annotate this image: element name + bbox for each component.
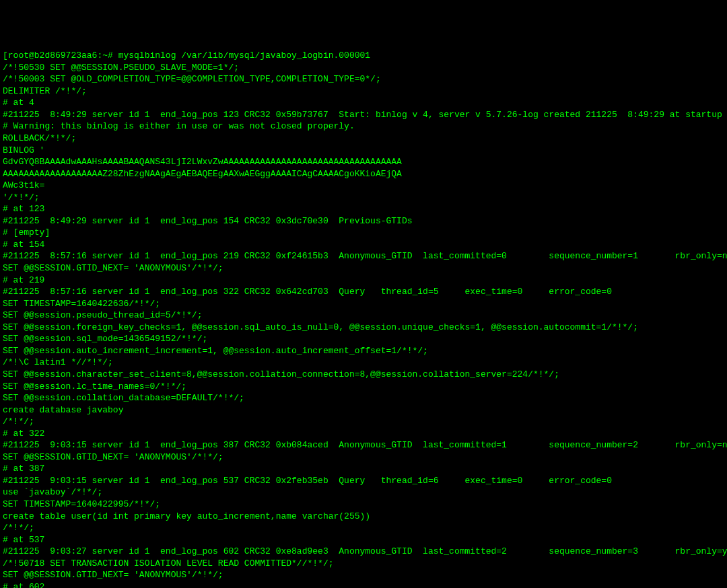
terminal-line: #211225 8:49:29 server id 1 end_log_pos …	[3, 215, 724, 227]
terminal-line: /*!*/;	[3, 416, 724, 428]
terminal-line: /*!*/;	[3, 522, 724, 534]
terminal-line: #211225 9:03:15 server id 1 end_log_pos …	[3, 439, 724, 451]
terminal-line: # at 219	[3, 274, 724, 287]
terminal-line: # at 154	[3, 239, 724, 251]
terminal-line: SET @@session.pseudo_thread_id=5/*!*/;	[3, 309, 724, 322]
terminal-line: SET @@SESSION.GTID_NEXT= 'ANONYMOUS'/*!*…	[3, 451, 724, 464]
terminal-line: DELIMITER /*!*/;	[3, 85, 724, 98]
terminal-line: # at 602	[3, 581, 724, 588]
terminal-line: use `javaboy`/*!*/;	[3, 486, 724, 499]
terminal-line: /*!50003 SET @OLD_COMPLETION_TYPE=@@COMP…	[3, 73, 724, 85]
terminal-line: '/*!*/;	[3, 192, 724, 204]
terminal-line: GdvGYQ8BAAAAdwAAAHsAAAABAAQANS43LjI2LWxv…	[3, 156, 724, 168]
terminal-line: SET TIMESTAMP=1640422636/*!*/;	[3, 298, 724, 310]
terminal-line: # at 322	[3, 428, 724, 440]
terminal-line: #211225 9:03:15 server id 1 end_log_pos …	[3, 475, 724, 487]
terminal-line: SET @@session.character_set_client=8,@@s…	[3, 369, 724, 381]
terminal-line: SET @@session.sql_mode=1436549152/*!*/;	[3, 333, 724, 345]
terminal-line: SET @@session.lc_time_names=0/*!*/;	[3, 381, 724, 393]
terminal-line: BINLOG '	[3, 145, 724, 157]
terminal-line: SET @@SESSION.GTID_NEXT= 'ANONYMOUS'/*!*…	[3, 262, 724, 274]
terminal-line: SET @@session.collation_database=DEFAULT…	[3, 392, 724, 404]
terminal-line: # Warning: this binlog is either in use …	[3, 120, 724, 133]
terminal-line: # at 537	[3, 534, 724, 546]
terminal-line: # at 123	[3, 203, 724, 215]
terminal-line: /*!\C latin1 *//*!*/;	[3, 357, 724, 369]
terminal-line: AWc3t1k=	[3, 180, 724, 192]
terminal-line: #211225 9:03:27 server id 1 end_log_pos …	[3, 546, 724, 558]
terminal-line: /*!50718 SET TRANSACTION ISOLATION LEVEL…	[3, 558, 724, 570]
terminal-line: # at 4	[3, 97, 724, 109]
terminal-line: SET @@session.foreign_key_checks=1, @@se…	[3, 322, 724, 334]
terminal-line: /*!50530 SET @@SESSION.PSEUDO_SLAVE_MODE…	[3, 62, 724, 74]
terminal-line: # at 387	[3, 463, 724, 475]
terminal-line: #211225 8:57:16 server id 1 end_log_pos …	[3, 250, 724, 262]
terminal-line: create table user(id int primary key aut…	[3, 511, 724, 523]
terminal-line: #211225 8:49:29 server id 1 end_log_pos …	[3, 109, 724, 121]
terminal-line: AAAAAAAAAAAAAAAAAAAZ28ZhEzgNAAgAEgAEBAQE…	[3, 168, 724, 180]
terminal-line: SET @@session.auto_increment_increment=1…	[3, 345, 724, 357]
terminal-line: create database javaboy	[3, 404, 724, 416]
terminal-line: # [empty]	[3, 227, 724, 239]
terminal-line: [root@b2d869723aa6:~# mysqlbinlog /var/l…	[3, 50, 724, 62]
terminal-line: SET TIMESTAMP=1640422995/*!*/;	[3, 499, 724, 511]
terminal-line: #211225 8:57:16 server id 1 end_log_pos …	[3, 286, 724, 298]
terminal-output: [root@b2d869723aa6:~# mysqlbinlog /var/l…	[3, 50, 724, 588]
terminal-line: SET @@SESSION.GTID_NEXT= 'ANONYMOUS'/*!*…	[3, 569, 724, 581]
terminal-line: ROLLBACK/*!*/;	[3, 133, 724, 145]
